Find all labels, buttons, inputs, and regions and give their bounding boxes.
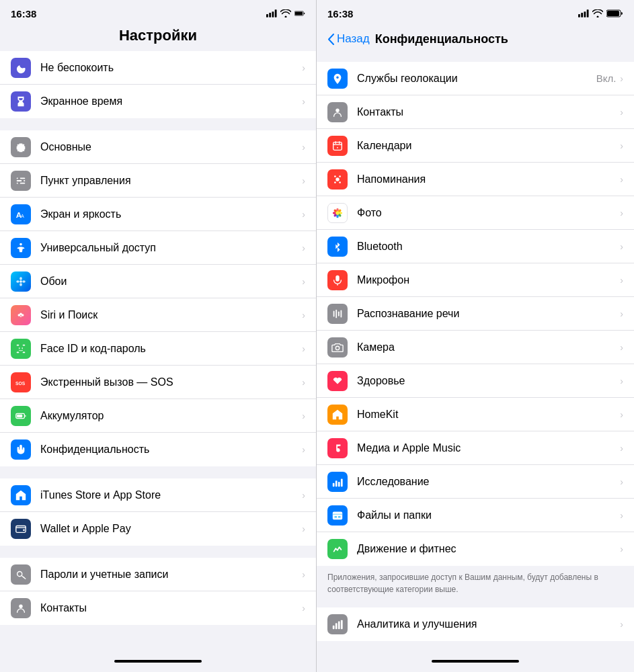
person-svg [15,602,27,614]
section-gap-3 [0,546,316,558]
settings-item-control-center[interactable]: Пункт управления › [0,164,316,198]
chevron-icon: › [620,241,623,252]
settings-item-general[interactable]: Основные › [0,130,316,164]
settings-item-wallet[interactable]: Wallet и Apple Pay › [0,512,316,546]
svg-point-29 [22,347,23,349]
fitness-icon [327,539,348,559]
itunes-icon [11,485,31,505]
svg-rect-65 [341,310,342,317]
svg-rect-73 [338,515,341,517]
signal-icon-right [578,9,589,17]
settings-item-contacts-right[interactable]: Контакты › [317,95,634,129]
battery-icon [294,9,305,17]
chevron-icon: › [302,96,305,107]
settings-item-wallpaper[interactable]: Обои › [0,265,316,298]
settings-item-location[interactable]: Службы геолокации Вкл. › [317,62,634,95]
settings-item-research[interactable]: Исследование › [317,465,634,499]
settings-item-reminders[interactable]: Напоминания › [317,163,634,196]
general-label: Основные [40,141,302,153]
chevron-icon: › [620,443,623,454]
chevron-icon: › [302,523,305,534]
passwords-icon [11,564,31,585]
settings-item-health[interactable]: Здоровье › [317,364,634,398]
svg-point-60 [335,211,339,214]
right-bottom-section: Аналитика и улучшения › [317,607,634,641]
settings-item-display[interactable]: AA Экран и яркость › [0,198,316,231]
settings-item-accessibility[interactable]: Универсальный доступ › [0,231,316,265]
svg-point-46 [335,177,339,181]
settings-item-privacy[interactable]: Конфиденциальность › [0,433,316,466]
settings-item-analytics[interactable]: Аналитика и улучшения › [317,607,634,641]
chevron-icon: › [302,209,305,220]
svg-rect-0 [266,14,268,17]
settings-item-camera[interactable]: Камера › [317,331,634,364]
scroll-bar-right [432,660,519,663]
bluetooth-label: Bluetooth [357,241,620,253]
homekit-svg [331,409,344,421]
speech-svg [331,308,344,320]
chevron-icon: › [302,142,305,153]
settings-item-battery[interactable]: Аккумулятор › [0,399,316,433]
chevron-icon: › [302,490,305,501]
footer-note-text: Приложения, запросившие доступ к Вашим д… [327,573,598,594]
settings-item-media[interactable]: Медиа и Apple Music › [317,431,634,465]
svg-rect-38 [581,13,583,17]
settings-item-faceid[interactable]: Face ID и код-пароль › [0,332,316,366]
homekit-label: HomeKit [357,409,620,421]
health-svg [331,375,344,387]
settings-item-bluetooth[interactable]: Bluetooth › [317,230,634,263]
faceid-label: Face ID и код-пароль [40,343,302,355]
settings-item-screen-time[interactable]: Экранное время › [0,85,316,118]
sliders-svg [15,175,27,187]
chevron-icon: › [620,510,623,521]
svg-rect-77 [341,620,343,630]
settings-section-3: iTunes Store и App Store › Wallet и Appl… [0,478,316,546]
svg-rect-63 [335,309,337,318]
chevron-icon: › [620,73,623,84]
settings-item-contacts-left[interactable]: Контакты › [0,591,316,625]
camera-icon [327,337,348,358]
page-title-left: Настройки [0,24,316,51]
settings-item-sos[interactable]: SOS Экстренный вызов — SOS › [0,366,316,399]
status-bar-right: 16:38 [317,0,634,24]
settings-item-calendars[interactable]: Календари › [317,129,634,163]
fitness-label: Движение и фитнес [357,543,620,555]
svg-rect-68 [335,480,338,487]
battery-item-svg [15,410,27,422]
health-icon [327,371,348,391]
settings-item-homekit[interactable]: HomeKit › [317,398,634,431]
microphone-svg [331,274,344,286]
settings-item-itunes[interactable]: iTunes Store и App Store › [0,478,316,512]
settings-item-microphone[interactable]: Микрофон › [317,263,634,297]
faceid-svg [15,343,27,355]
svg-point-10 [22,179,24,182]
status-icons-left [266,9,305,17]
svg-point-17 [19,283,22,286]
settings-item-speech[interactable]: Распознавание речи › [317,297,634,331]
svg-rect-2 [272,11,274,17]
accessibility-label: Универсальный доступ [40,242,302,254]
screen-time-label: Экранное время [40,95,302,108]
nav-back-button[interactable]: Назад [327,32,370,46]
settings-item-photos[interactable]: Фото › [317,196,634,230]
status-bar-left: 16:38 [0,0,316,24]
bluetooth-icon [327,237,348,257]
sos-svg: SOS [15,376,27,388]
settings-item-passwords[interactable]: Пароли и учетные записи › [0,558,316,591]
settings-item-siri[interactable]: Siri и Поиск › [0,298,316,332]
wifi-icon [280,9,291,17]
photos-label: Фото [357,207,620,219]
chevron-icon: › [302,310,305,321]
settings-item-files[interactable]: Файлы и папки › [317,499,634,532]
settings-item-do-not-disturb[interactable]: Не беспокоить › [0,51,316,85]
section-gap-2 [0,466,316,478]
camera-label: Камера [357,341,620,353]
siri-label: Siri и Поиск [40,309,302,321]
text-size-svg: AA [15,208,27,220]
chevron-icon: › [620,308,623,319]
back-chevron-icon [327,34,334,45]
svg-point-47 [334,175,336,177]
settings-item-fitness[interactable]: Движение и фитнес › [317,532,634,566]
photos-svg [331,207,344,219]
store-svg [15,489,27,501]
